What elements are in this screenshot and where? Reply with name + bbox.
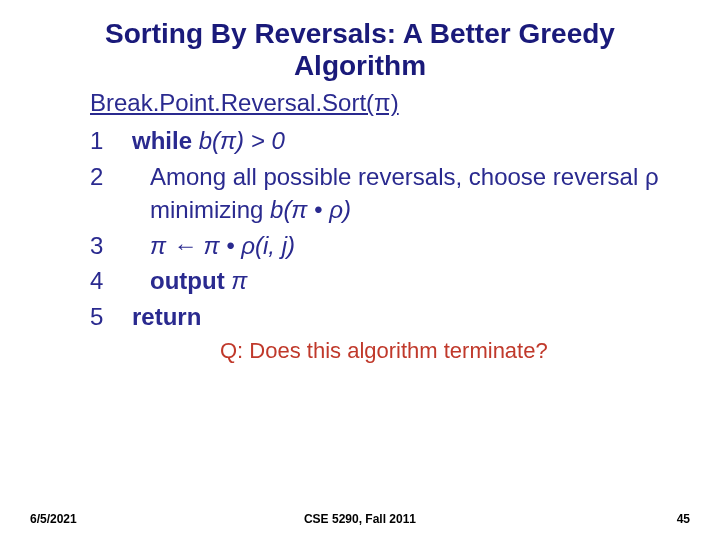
algo-line-4: 4 output π [70,264,690,298]
algo-line-5: 5 return [70,300,690,334]
footer-course: CSE 5290, Fall 2011 [0,512,720,526]
line-text: while b(π) > 0 [132,124,690,158]
line-number: 2 [70,160,132,194]
slide-footer: 6/5/2021 CSE 5290, Fall 2011 45 [0,512,720,526]
keyword-return: return [132,303,201,330]
line-2-text: Among all possible reversals, choose rev… [132,160,690,227]
line-text: Among all possible reversals, choose rev… [132,160,690,227]
keyword-output: output [150,267,225,294]
algo-line-2: 2 Among all possible reversals, choose r… [70,160,690,227]
line-text: return [132,300,690,334]
line-text: output π [132,264,690,298]
expr: π [225,267,248,294]
line-number: 1 [70,124,132,158]
keyword-while: while [132,127,192,154]
algo-line-1: 1 while b(π) > 0 [70,124,690,158]
line-3-text: π ← π • ρ(i, j) [132,229,295,263]
line-4-text: output π [132,264,247,298]
question-text: Q: Does this algorithm terminate? [70,336,690,367]
function-header: Break.Point.Reversal.Sort(π) [70,86,690,120]
line-number: 3 [70,229,132,263]
line-2a: Among all possible reversals, choose rev… [150,163,659,224]
line-text: π ← π • ρ(i, j) [132,229,690,263]
line-2b: b(π • ρ) [270,196,351,223]
line-number: 4 [70,264,132,298]
line-number: 5 [70,300,132,334]
slide-title: Sorting By Reversals: A Better Greedy Al… [0,0,720,86]
algo-line-3: 3 π ← π • ρ(i, j) [70,229,690,263]
slide: Sorting By Reversals: A Better Greedy Al… [0,0,720,540]
expr: b(π) > 0 [192,127,285,154]
algorithm-block: Break.Point.Reversal.Sort(π) 1 while b(π… [0,86,720,366]
